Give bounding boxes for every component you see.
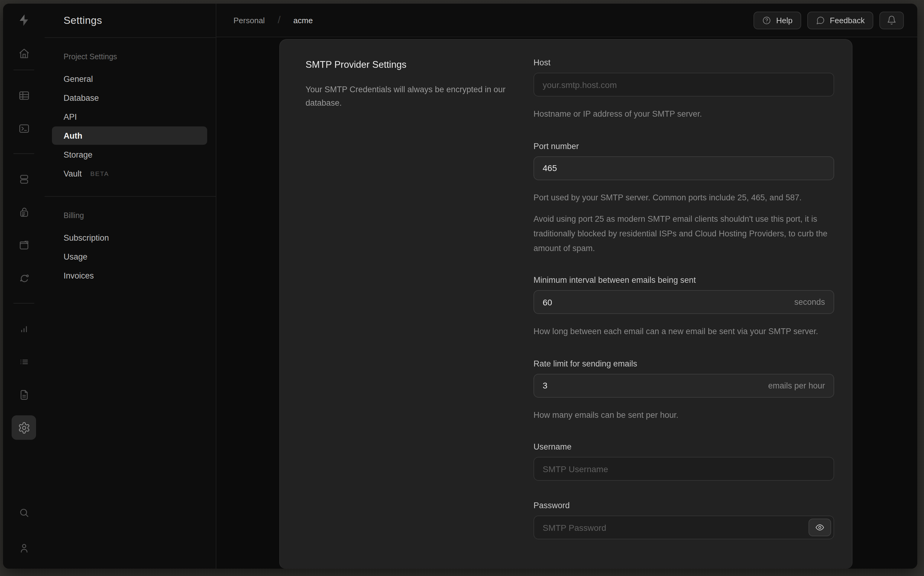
breadcrumb-project[interactable]: acme bbox=[293, 16, 313, 25]
chat-bubble-icon bbox=[816, 16, 825, 25]
bell-icon bbox=[887, 15, 897, 25]
rail-home-button[interactable] bbox=[11, 41, 36, 66]
username-input[interactable] bbox=[533, 457, 834, 481]
rail-sql-editor-button[interactable] bbox=[11, 116, 36, 141]
supabase-bolt-icon bbox=[17, 13, 30, 27]
search-icon bbox=[18, 506, 30, 519]
nav-item-subscription[interactable]: Subscription bbox=[52, 229, 207, 247]
password-label: Password bbox=[533, 501, 834, 510]
rail-database-button[interactable] bbox=[11, 167, 36, 191]
rate-limit-input[interactable] bbox=[533, 374, 834, 398]
beta-badge: BETA bbox=[90, 170, 109, 177]
panel-heading: SMTP Provider Settings bbox=[306, 59, 525, 70]
port-input[interactable] bbox=[533, 156, 834, 180]
interval-label: Minimum interval between emails being se… bbox=[533, 275, 834, 285]
rate-limit-helper: How many emails can be sent per hour. bbox=[533, 408, 834, 422]
logs-icon bbox=[18, 355, 30, 368]
interval-field-group: Minimum interval between emails being se… bbox=[533, 275, 834, 339]
api-docs-icon bbox=[18, 388, 30, 401]
nav-item-storage[interactable]: Storage bbox=[52, 146, 207, 164]
rate-limit-field-group: Rate limit for sending emails emails per… bbox=[533, 359, 834, 422]
screen: Settings Project Settings General Databa… bbox=[0, 0, 924, 576]
host-label: Host bbox=[533, 58, 834, 67]
interval-input[interactable] bbox=[533, 290, 834, 314]
rail-table-editor-button[interactable] bbox=[11, 83, 36, 107]
icon-sidebar bbox=[3, 4, 45, 569]
rail-edge-functions-button[interactable] bbox=[11, 266, 36, 290]
breadcrumb: Personal / acme bbox=[234, 14, 313, 26]
rail-divider bbox=[13, 70, 34, 70]
topbar: Personal / acme Help Feedback bbox=[216, 4, 917, 37]
rate-limit-label: Rate limit for sending emails bbox=[533, 359, 834, 368]
nav-item-general[interactable]: General bbox=[52, 70, 207, 88]
gear-icon bbox=[18, 421, 30, 434]
nav-item-usage[interactable]: Usage bbox=[52, 247, 207, 266]
page-title: Settings bbox=[64, 14, 102, 27]
notifications-button[interactable] bbox=[879, 11, 904, 29]
help-button[interactable]: Help bbox=[754, 11, 801, 29]
settings-nav: Settings Project Settings General Databa… bbox=[45, 4, 216, 569]
rail-divider bbox=[13, 303, 34, 304]
rail-reports-button[interactable] bbox=[11, 317, 36, 341]
host-field-group: Host Hostname or IP address of your SMTP… bbox=[533, 58, 834, 121]
settings-nav-header: Settings bbox=[45, 4, 216, 38]
username-field-group: Username bbox=[533, 443, 834, 481]
port-helper-1: Port used by your SMTP server. Common po… bbox=[533, 190, 834, 205]
nav-section-heading-billing: Billing bbox=[45, 211, 216, 220]
eye-icon bbox=[815, 523, 825, 532]
nav-item-invoices[interactable]: Invoices bbox=[52, 266, 207, 285]
nav-section-heading-project-settings: Project Settings bbox=[45, 53, 216, 61]
supabase-logo[interactable] bbox=[16, 13, 31, 27]
rail-project-settings-button[interactable] bbox=[11, 415, 36, 440]
breadcrumb-org[interactable]: Personal bbox=[234, 16, 265, 25]
rail-account-button[interactable] bbox=[11, 536, 36, 560]
rail-storage-button[interactable] bbox=[11, 233, 36, 257]
nav-item-api[interactable]: API bbox=[52, 107, 207, 126]
username-label: Username bbox=[533, 443, 834, 452]
port-field-group: Port number Port used by your SMTP serve… bbox=[533, 141, 834, 255]
auth-lock-icon bbox=[18, 206, 30, 218]
port-helper-2: Avoid using port 25 as modern SMTP email… bbox=[533, 212, 834, 256]
password-field-group: Password bbox=[533, 501, 834, 540]
smtp-form: Host Hostname or IP address of your SMTP… bbox=[533, 58, 834, 560]
rail-authentication-button[interactable] bbox=[11, 200, 36, 224]
panel-description: Your SMTP Credentials will always be enc… bbox=[306, 83, 525, 110]
host-input[interactable] bbox=[533, 73, 834, 96]
reports-icon bbox=[18, 322, 30, 335]
breadcrumb-separator: / bbox=[278, 14, 280, 26]
main-content: SMTP Provider Settings Your SMTP Credent… bbox=[216, 37, 917, 569]
interval-helper: How long between each email can a new em… bbox=[533, 324, 834, 339]
table-editor-icon bbox=[18, 89, 30, 102]
host-helper: Hostname or IP address of your SMTP serv… bbox=[533, 107, 834, 121]
show-password-button[interactable] bbox=[809, 519, 831, 537]
user-icon bbox=[18, 541, 30, 554]
smtp-settings-panel: SMTP Provider Settings Your SMTP Credent… bbox=[279, 39, 852, 569]
rail-logs-button[interactable] bbox=[11, 349, 36, 374]
rail-api-docs-button[interactable] bbox=[11, 382, 36, 407]
feedback-button[interactable]: Feedback bbox=[807, 11, 873, 29]
storage-icon bbox=[18, 238, 30, 251]
nav-item-vault[interactable]: Vault BETA bbox=[52, 164, 207, 182]
app-window: Settings Project Settings General Databa… bbox=[3, 4, 917, 569]
port-label: Port number bbox=[533, 141, 834, 150]
nav-item-database[interactable]: Database bbox=[52, 88, 207, 107]
database-icon bbox=[18, 173, 30, 186]
help-circle-icon bbox=[762, 16, 771, 25]
rail-divider bbox=[13, 153, 34, 154]
password-input[interactable] bbox=[533, 516, 834, 540]
rail-search-button[interactable] bbox=[11, 500, 36, 525]
sql-editor-icon bbox=[18, 122, 30, 135]
nav-item-auth[interactable]: Auth bbox=[52, 126, 207, 145]
home-icon bbox=[18, 47, 30, 59]
edge-functions-icon bbox=[18, 272, 30, 284]
